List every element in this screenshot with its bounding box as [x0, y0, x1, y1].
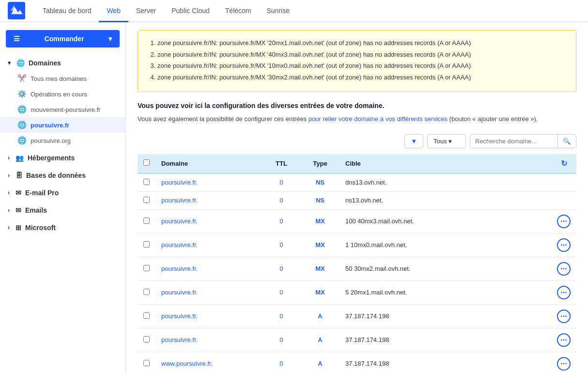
hebergements-icon: 👥	[15, 154, 24, 162]
col-header-type: Type	[301, 154, 340, 173]
domain-link[interactable]: poursuivre.fr.	[161, 241, 198, 249]
row-checkbox-cell	[138, 209, 155, 233]
chevron-right-icon-emailpro: ›	[8, 189, 10, 196]
chevron-right-icon-microsoft: ›	[8, 224, 10, 231]
filter-select[interactable]: Tous ▾	[427, 134, 466, 148]
row-action-button[interactable]: ···	[557, 333, 571, 347]
table-row: poursuivre.fr. 0 A 37.187.174.198 ···	[138, 304, 576, 328]
domain-link[interactable]: poursuivre.fr.	[161, 336, 198, 343]
nav-sunrise[interactable]: Sunrise	[259, 0, 297, 22]
row-type: MX	[301, 209, 340, 233]
nav-server[interactable]: Server	[128, 0, 164, 22]
row-action-button[interactable]: ···	[557, 262, 571, 276]
warning-list: zone poursuivre.fr/IN: poursuivre.fr/MX …	[157, 38, 566, 82]
domain-link[interactable]: www.poursuivre.fr.	[161, 360, 213, 367]
search-input[interactable]	[470, 135, 557, 148]
nav-tableau-de-bord[interactable]: Tableau de bord	[35, 0, 99, 22]
row-action-button[interactable]: ···	[557, 310, 571, 323]
row-domain: poursuivre.fr.	[155, 209, 262, 233]
row-ttl: 0	[262, 191, 301, 209]
row-checkbox-cell	[138, 233, 155, 257]
search-button[interactable]: 🔍	[557, 135, 576, 148]
table-row: poursuivre.fr. 0 MX 50 30mx2.mail.ovh.ne…	[138, 257, 576, 280]
nav-public-cloud[interactable]: Public Cloud	[164, 0, 217, 22]
sidebar-item-poursuivre-org[interactable]: 🌐 poursuivre.org	[0, 133, 125, 148]
select-all-checkbox[interactable]	[143, 159, 150, 166]
row-checkbox[interactable]	[143, 265, 150, 271]
row-type: MX	[301, 280, 340, 304]
emailpro-icon: ✉	[15, 189, 21, 197]
globe-icon-org: 🌐	[17, 136, 27, 145]
sidebar: ☰ Commander ▾ ▾ 🌐 Domaines ✂️ Tous mes d…	[0, 22, 126, 373]
sidebar-item-operations[interactable]: ⚙️ Opérations en cours	[0, 86, 125, 102]
row-action-button[interactable]: ···	[557, 357, 571, 371]
chevron-down-icon: ▾	[8, 60, 11, 66]
sidebar-section-header-hebergements[interactable]: › 👥 Hébergements	[0, 150, 125, 166]
search-container: 🔍	[470, 134, 576, 148]
row-checkbox[interactable]	[143, 218, 150, 224]
chevron-right-icon: ›	[8, 155, 10, 161]
row-type: A	[301, 304, 340, 328]
row-action-button[interactable]: ···	[557, 238, 571, 252]
domain-link[interactable]: poursuivre.fr.	[161, 218, 198, 225]
warning-item-4: zone poursuivre.fr/IN: poursuivre.fr/MX …	[157, 73, 566, 82]
table-row: poursuivre.fr. 0 MX 5 20mx1.mail.ovh.net…	[138, 280, 576, 304]
nav-web[interactable]: Web	[99, 0, 128, 22]
sidebar-section-header-bases[interactable]: › 🗄 Bases de données	[0, 168, 125, 183]
commander-label: Commander	[45, 35, 84, 43]
nav-telecom[interactable]: Télécom	[217, 0, 259, 22]
commander-button[interactable]: ☰ Commander ▾	[6, 30, 120, 47]
row-checkbox[interactable]	[143, 336, 150, 342]
chevron-right-icon-bases: ›	[8, 172, 10, 179]
row-ttl: 0	[262, 304, 301, 328]
sidebar-section-header-domaines[interactable]: ▾ 🌐 Domaines	[0, 55, 125, 71]
sidebar-section-bases: › 🗄 Bases de données	[0, 168, 125, 183]
domain-link[interactable]: poursuivre.fr.	[161, 312, 198, 320]
sidebar-section-header-microsoft[interactable]: › ⊞ Microsoft	[0, 220, 125, 235]
row-action: ···	[551, 304, 576, 328]
row-checkbox[interactable]	[143, 312, 150, 319]
col-header-domain: Domaine	[155, 154, 262, 173]
sidebar-item-tous-domaines[interactable]: ✂️ Tous mes domaines	[0, 71, 125, 86]
row-checkbox[interactable]	[143, 179, 150, 185]
sidebar-item-mouvement[interactable]: 🌐 mouvement-poursuivre.fr	[0, 102, 125, 117]
sidebar-domaines-label: Domaines	[29, 59, 61, 67]
row-domain: poursuivre.fr.	[155, 280, 262, 304]
microsoft-icon: ⊞	[15, 224, 21, 232]
domain-link[interactable]: poursuivre.fr.	[161, 265, 198, 272]
row-cible: 37.187.174.198	[340, 328, 551, 352]
domain-link[interactable]: poursuivre.fr.	[161, 289, 198, 296]
warning-item-2: zone poursuivre.fr/IN: poursuivre.fr/MX …	[157, 50, 566, 60]
row-domain: www.poursuivre.fr.	[155, 352, 262, 373]
row-checkbox[interactable]	[143, 360, 150, 366]
row-checkbox-cell	[138, 304, 155, 328]
refresh-icon[interactable]: ↻	[561, 159, 567, 168]
row-action	[551, 191, 576, 209]
row-ttl: 0	[262, 209, 301, 233]
row-cible: 37.187.174.198	[340, 352, 551, 373]
filter-button[interactable]: ▼	[404, 134, 423, 148]
sidebar-item-poursuivre-fr[interactable]: 🌐 poursuivre.fr	[0, 117, 125, 133]
sidebar-section-header-emailpro[interactable]: › ✉ E-mail Pro	[0, 185, 125, 201]
row-ttl: 0	[262, 328, 301, 352]
bases-icon: 🗄	[15, 171, 22, 179]
sidebar-section-header-emails[interactable]: › ✉ Emails	[0, 202, 125, 218]
domain-link[interactable]: poursuivre.fr.	[161, 197, 198, 204]
logo[interactable]	[8, 2, 25, 19]
row-action-button[interactable]: ···	[557, 215, 571, 228]
globe-icon-mouvement: 🌐	[17, 105, 27, 114]
domain-link[interactable]: poursuivre.fr.	[161, 179, 198, 186]
row-checkbox[interactable]	[143, 197, 150, 203]
row-action	[551, 173, 576, 192]
dns-table: Domaine TTL Type Cible ↻ poursuivre.fr. …	[138, 154, 576, 373]
row-action-button[interactable]: ···	[557, 286, 571, 299]
info-link[interactable]: pour relier votre domaine à vos différen…	[309, 115, 448, 123]
col-header-check	[138, 154, 155, 173]
info-bold-text: Vous pouvez voir ici la configuration de…	[138, 102, 576, 109]
globe-icon: 🌐	[16, 59, 25, 67]
row-checkbox[interactable]	[143, 241, 150, 248]
filter-label: Tous	[433, 138, 447, 145]
row-checkbox[interactable]	[143, 289, 150, 295]
commander-icon: ☰	[14, 35, 20, 43]
row-checkbox-cell	[138, 328, 155, 352]
